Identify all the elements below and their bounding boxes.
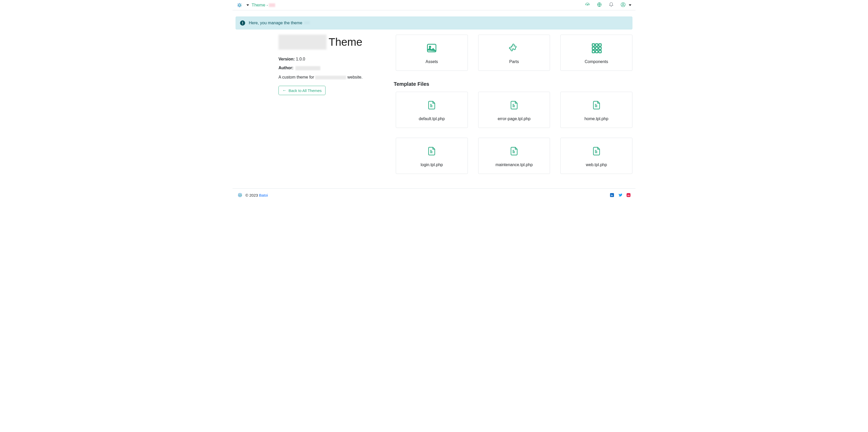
theme-info-panel: Theme Version: 1.0.0 Author: A custom th… [236,35,385,174]
svg-rect-12 [595,47,598,49]
template-file-label: login.tpl.php [421,162,443,167]
assets-card[interactable]: Assets [396,35,468,71]
app-logo-icon[interactable]: </> [237,2,242,8]
page-title: Theme [278,35,385,50]
breadcrumb-theme-name-redacted [269,3,275,7]
info-alert: ! Here, you manage the theme [236,17,632,29]
file-icon [427,99,436,112]
template-file-label: error-page.tpl.php [498,117,530,121]
svg-rect-16 [599,51,601,53]
bell-icon[interactable] [609,2,614,8]
desc-suffix: website. [346,75,363,79]
alert-text: Here, you manage the theme [249,21,310,25]
user-menu[interactable] [621,2,631,8]
mastodon-icon[interactable]: m [626,193,631,197]
svg-text:</>: </> [239,194,242,196]
app-footer: </> © 2023 Batoi in m [232,188,636,202]
components-card[interactable]: Components [560,35,632,71]
author-row: Author: [278,66,385,70]
footer-brand-link[interactable]: Batoi [259,193,268,197]
footer-copyright: © 2023 Batoi [245,193,268,197]
svg-text:m: m [627,194,630,196]
back-to-themes-button[interactable]: ← Back to All Themes [278,86,326,95]
app-menu-caret-icon[interactable] [246,4,249,6]
svg-rect-13 [599,47,601,49]
template-file-label: default.tpl.php [419,117,445,121]
template-file-card[interactable]: home.tpl.php [560,92,632,128]
linkedin-icon[interactable]: in [610,193,614,197]
template-file-card[interactable]: maintenance.tpl.php [478,138,550,174]
version-label: Version: [278,57,295,61]
desc-prefix: A custom theme for [278,75,315,79]
footer-left: </> © 2023 Batoi [237,192,268,198]
parts-card[interactable]: Parts [478,35,550,71]
module-cards: Assets Parts Components [396,35,632,71]
svg-rect-8 [592,44,594,46]
arrow-left-icon: ← [282,88,286,93]
svg-text:</>: </> [239,4,241,6]
author-label: Author: [278,66,293,70]
template-file-label: maintenance.tpl.php [495,162,533,167]
template-file-card[interactable]: web.tpl.php [560,138,632,174]
version-row: Version: 1.0.0 [278,57,385,61]
template-file-card[interactable]: error-page.tpl.php [478,92,550,128]
header-right [585,2,631,8]
main-panel: Assets Parts Components [396,35,632,174]
footer-logo-icon: </> [237,192,243,198]
components-label: Components [585,59,608,64]
header-left: </> Theme - [237,2,275,8]
theme-name-redacted [278,35,327,50]
twitter-icon[interactable] [618,193,623,197]
alert-text-content: Here, you manage the theme [249,21,302,25]
copyright-text: © 2023 [245,193,259,197]
svg-rect-14 [592,51,594,53]
file-icon [509,146,519,158]
assets-label: Assets [426,59,438,64]
file-icon [592,146,601,158]
svg-text:in: in [611,194,613,196]
page-title-suffix: Theme [329,36,363,48]
svg-rect-15 [595,51,598,53]
breadcrumb-label: Theme - [252,3,268,8]
author-value-redacted [296,66,320,70]
template-files-heading: Template Files [394,81,632,87]
parts-label: Parts [509,59,519,64]
grid-icon [591,42,602,55]
version-value: 1.0.0 [296,57,305,61]
image-icon [426,42,437,55]
breadcrumb[interactable]: Theme - [252,3,275,8]
app-header: </> Theme - [232,0,636,10]
globe-icon[interactable] [597,2,602,8]
svg-rect-9 [595,44,598,46]
desc-name-redacted [315,76,346,79]
template-file-label: web.tpl.php [586,162,607,167]
svg-rect-11 [592,47,594,49]
user-menu-caret-icon [629,4,631,6]
template-file-card[interactable]: login.tpl.php [396,138,468,174]
file-icon [592,99,601,112]
template-file-cards: default.tpl.php error-page.tpl.php home.… [396,92,632,174]
svg-point-5 [622,3,624,4]
main-content: Theme Version: 1.0.0 Author: A custom th… [232,35,636,174]
file-icon [427,146,436,158]
template-file-label: home.tpl.php [584,117,609,121]
svg-point-7 [429,46,431,48]
back-button-label: Back to All Themes [288,88,322,93]
alert-theme-name-redacted [304,21,310,24]
info-icon: ! [240,21,245,26]
dashboard-icon[interactable] [585,2,590,8]
puzzle-icon [508,42,520,55]
file-icon [509,99,519,112]
footer-right: in m [610,193,631,197]
user-avatar-icon [621,2,626,8]
template-file-card[interactable]: default.tpl.php [396,92,468,128]
svg-rect-10 [599,44,601,46]
theme-description: A custom theme for website. [278,75,385,80]
